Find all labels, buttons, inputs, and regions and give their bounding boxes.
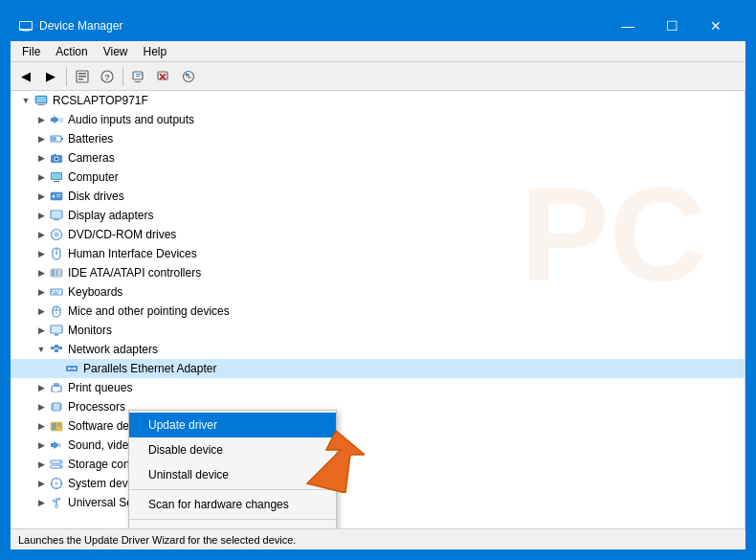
- processor-expand[interactable]: ▶: [33, 399, 49, 414]
- update-button[interactable]: [177, 65, 200, 88]
- ctx-uninstall-device[interactable]: Uninstall device: [129, 462, 336, 487]
- root-expand[interactable]: ▼: [18, 93, 33, 108]
- batteries-label: Batteries: [68, 132, 113, 146]
- svg-rect-13: [136, 76, 140, 77]
- ctx-properties[interactable]: Properties: [129, 522, 336, 528]
- sound-expand[interactable]: ▶: [33, 437, 49, 453]
- tree-item-monitors[interactable]: ▶ Monitors: [11, 321, 745, 340]
- tree-item-network[interactable]: ▼ Network adapters: [11, 340, 745, 359]
- content-area: PC ▼ RCSLAPTOP971F ▶ )))) Audio inputs a…: [11, 91, 745, 528]
- tree-item-display[interactable]: ▶ Display adapters: [11, 206, 745, 225]
- toolbar: ◀ ▶ ?: [11, 62, 745, 91]
- svg-rect-34: [54, 181, 59, 182]
- svg-text:)))): )))): [59, 117, 64, 123]
- tree-item-batteries[interactable]: ▶ Batteries: [11, 129, 745, 148]
- tree-item-sound[interactable]: ▶ Sound, video and game controllers: [11, 436, 745, 455]
- device-tree[interactable]: PC ▼ RCSLAPTOP971F ▶ )))) Audio inputs a…: [11, 91, 745, 528]
- svg-text:?: ?: [104, 73, 110, 82]
- toolbar-separator-1: [66, 67, 67, 86]
- tree-item-system[interactable]: ▶ System devices: [11, 474, 745, 493]
- system-icon: [49, 476, 64, 491]
- system-expand[interactable]: ▶: [33, 476, 49, 491]
- forward-button[interactable]: ▶: [39, 65, 62, 88]
- network-expand[interactable]: ▼: [33, 342, 49, 357]
- batteries-icon: [49, 131, 64, 146]
- svg-point-74: [74, 368, 76, 370]
- svg-rect-6: [78, 76, 86, 78]
- tree-item-hid[interactable]: ▶ Human Interface Devices: [11, 244, 745, 263]
- scan-button[interactable]: [127, 65, 150, 88]
- svg-rect-69: [55, 349, 58, 352]
- batteries-expand[interactable]: ▶: [33, 131, 49, 146]
- svg-rect-89: [57, 423, 61, 427]
- storage-expand[interactable]: ▶: [33, 457, 49, 472]
- tree-item-usb[interactable]: ▶ Universal Serial Bus controllers: [11, 493, 745, 512]
- print-label: Print queues: [68, 381, 132, 394]
- hid-expand[interactable]: ▶: [33, 246, 49, 261]
- tree-item-processor[interactable]: ▶ Processors: [11, 397, 745, 416]
- audio-expand[interactable]: ▶: [33, 112, 49, 127]
- disk-expand[interactable]: ▶: [33, 189, 49, 204]
- mice-icon: [49, 303, 64, 319]
- mice-expand[interactable]: ▶: [33, 303, 49, 319]
- monitors-expand[interactable]: ▶: [33, 323, 49, 338]
- tree-item-print[interactable]: ▶ Print queues: [11, 378, 745, 397]
- computer-expand[interactable]: ▶: [33, 169, 49, 185]
- svg-rect-51: [59, 270, 62, 276]
- svg-rect-40: [52, 212, 61, 217]
- close-button[interactable]: ✕: [694, 11, 738, 41]
- keyboards-expand[interactable]: ▶: [33, 284, 49, 300]
- menu-help[interactable]: Help: [136, 43, 175, 60]
- maximize-button[interactable]: ☐: [650, 11, 694, 41]
- root-label: RCSLAPTOP971F: [53, 94, 148, 107]
- tree-item-audio[interactable]: ▶ )))) Audio inputs and outputs: [11, 110, 745, 129]
- disk-label: Disk drives: [68, 190, 124, 203]
- tree-item-software[interactable]: ▶ Software devices: [11, 416, 745, 436]
- menu-action[interactable]: Action: [48, 43, 95, 60]
- print-expand[interactable]: ▶: [33, 380, 49, 395]
- usb-expand[interactable]: ▶: [33, 495, 49, 510]
- svg-point-95: [59, 466, 61, 468]
- status-text: Launches the Update Driver Wizard for th…: [18, 534, 296, 546]
- tree-item-mice[interactable]: ▶ Mice and other pointing devices: [11, 302, 745, 321]
- dvd-expand[interactable]: ▶: [33, 227, 49, 242]
- tree-item-cameras[interactable]: ▶ Cameras: [11, 148, 745, 168]
- display-expand[interactable]: ▶: [33, 208, 49, 223]
- back-button[interactable]: ◀: [14, 65, 37, 88]
- svg-point-47: [56, 253, 57, 255]
- tree-item-ide[interactable]: ▶ IDE ATA/ATAPI controllers: [11, 263, 745, 282]
- svg-rect-88: [52, 423, 56, 430]
- help-button[interactable]: ?: [96, 65, 119, 88]
- software-expand[interactable]: ▶: [33, 418, 49, 434]
- tree-item-keyboards[interactable]: ▶ Keyboards: [11, 282, 745, 302]
- tree-item-storage[interactable]: ▶ Storage controllers: [11, 455, 745, 474]
- ctx-separator: [129, 489, 336, 490]
- monitors-icon: [49, 323, 64, 338]
- properties-button[interactable]: [71, 65, 94, 88]
- tree-item-parallels[interactable]: ▶ Parallels Ethernet Adapter: [11, 359, 745, 378]
- audio-icon: )))): [49, 112, 64, 127]
- storage-icon: [49, 457, 64, 472]
- ctx-scan[interactable]: Scan for hardware changes: [129, 492, 336, 517]
- cameras-label: Cameras: [68, 151, 115, 165]
- hid-label: Human Interface Devices: [68, 247, 197, 260]
- svg-rect-37: [56, 194, 61, 195]
- ctx-update-driver[interactable]: Update driver: [129, 413, 336, 437]
- minimize-button[interactable]: —: [606, 11, 650, 41]
- ctx-disable-device[interactable]: Disable device: [129, 437, 336, 462]
- svg-rect-12: [136, 74, 142, 75]
- tree-item-dvd[interactable]: ▶ DVD/CD-ROM drives: [11, 225, 745, 244]
- tree-item-computer[interactable]: ▶ Computer: [11, 168, 745, 187]
- dvd-label: DVD/CD-ROM drives: [68, 228, 176, 241]
- menu-view[interactable]: View: [96, 43, 136, 60]
- window-title: Device Manager: [39, 19, 606, 33]
- tree-root[interactable]: ▼ RCSLAPTOP971F: [11, 91, 745, 110]
- cameras-expand[interactable]: ▶: [33, 150, 49, 166]
- remove-button[interactable]: [152, 65, 175, 88]
- tree-item-diskdrives[interactable]: ▶ Disk drives: [11, 187, 745, 206]
- menu-file[interactable]: File: [14, 43, 48, 60]
- svg-rect-76: [54, 383, 59, 387]
- usb-icon: [49, 495, 64, 510]
- ide-expand[interactable]: ▶: [33, 265, 49, 280]
- svg-rect-1: [20, 22, 32, 29]
